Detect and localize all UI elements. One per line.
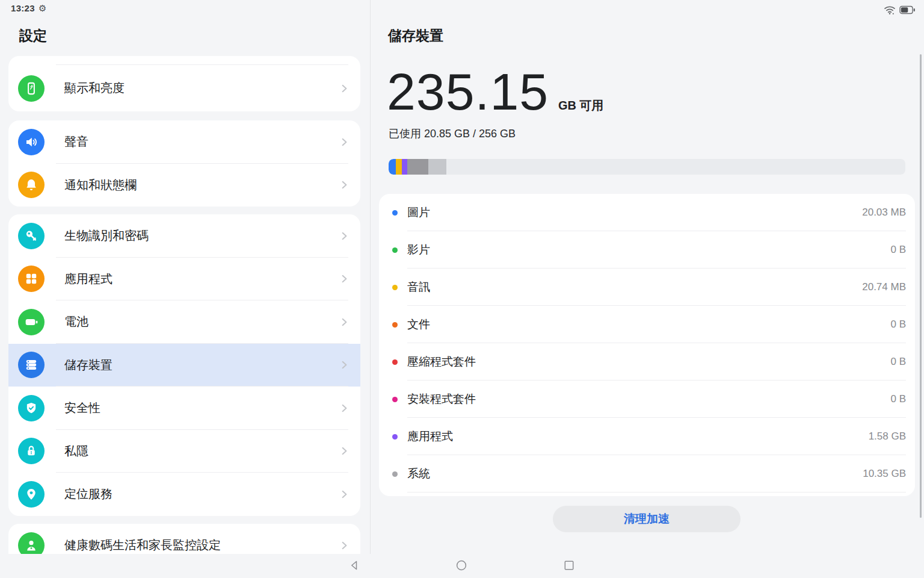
chevron-right-icon <box>337 229 351 243</box>
nav-recent-icon[interactable] <box>562 559 576 572</box>
category-label: 系統 <box>407 466 863 482</box>
shield-check-icon <box>18 395 45 421</box>
sidebar-item-label: 應用程式 <box>64 271 337 287</box>
available-value: 235.15 <box>387 62 549 122</box>
clipped-row-sliver <box>8 56 360 64</box>
sidebar-item-digital-wellbeing[interactable]: 健康數碼生活和家長監控設定 <box>8 524 360 554</box>
category-color-dot <box>392 359 398 365</box>
sidebar-group-4: 健康數碼生活和家長監控設定 <box>8 524 360 554</box>
sidebar-group-1: 顯示和亮度 <box>8 56 360 111</box>
category-color-dot <box>392 397 398 402</box>
category-color-dot <box>392 285 398 290</box>
chevron-right-icon <box>337 444 351 458</box>
chevron-right-icon <box>337 315 351 329</box>
sidebar-item-label: 儲存裝置 <box>64 357 337 373</box>
storage-category-row-audio: 音訊20.74 MB <box>379 269 915 306</box>
chevron-right-icon <box>337 539 351 552</box>
storage-usage-bar <box>389 159 905 175</box>
chevron-right-icon <box>337 358 351 371</box>
category-color-dot <box>392 471 398 477</box>
divider <box>407 492 906 493</box>
category-size: 1.58 GB <box>869 430 906 443</box>
chevron-right-icon <box>337 135 351 149</box>
sidebar-group-3: 生物識別和密碼應用程式電池儲存裝置安全性私隱定位服務 <box>8 214 360 516</box>
family-icon <box>18 532 45 554</box>
system-nav-bar <box>0 554 924 578</box>
category-label: 影片 <box>407 242 890 258</box>
sidebar-item-label: 定位服務 <box>64 486 337 502</box>
storage-category-row-installers: 安裝程式套件0 B <box>379 381 915 418</box>
key-icon <box>18 223 45 249</box>
app-grid-icon <box>18 266 45 292</box>
category-label: 安裝程式套件 <box>407 391 890 407</box>
storage-detail-panel: 儲存裝置 235.15 GB 可用 已使用 20.85 GB / 256 GB … <box>371 0 924 578</box>
chevron-right-icon <box>337 178 351 191</box>
storage-category-row-pictures: 圖片20.03 MB <box>379 194 915 231</box>
sidebar-item-label: 聲音 <box>64 134 337 150</box>
usage-segment-other <box>428 159 446 175</box>
category-size: 20.74 MB <box>862 281 906 293</box>
sidebar-item-biometrics-password[interactable]: 生物識別和密碼 <box>8 214 360 258</box>
category-label: 壓縮程式套件 <box>407 354 890 370</box>
category-size: 10.35 GB <box>863 468 906 480</box>
usage-segment-apps <box>402 159 407 175</box>
sidebar-item-sound[interactable]: 聲音 <box>8 120 360 164</box>
sidebar-item-security[interactable]: 安全性 <box>8 387 360 430</box>
clean-accelerate-button[interactable]: 清理加速 <box>553 506 741 532</box>
category-color-dot <box>392 247 398 253</box>
sidebar-item-location[interactable]: 定位服務 <box>8 473 360 516</box>
usage-segment-system <box>407 159 428 175</box>
category-label: 文件 <box>407 317 890 332</box>
speaker-icon <box>18 129 45 155</box>
sidebar-item-display-brightness[interactable]: 顯示和亮度 <box>8 65 360 111</box>
category-size: 0 B <box>890 319 906 331</box>
sidebar-item-label: 私隱 <box>64 443 337 459</box>
category-color-dot <box>392 434 398 440</box>
category-size: 0 B <box>890 356 906 368</box>
category-size: 0 B <box>890 393 906 405</box>
category-color-dot <box>392 322 398 328</box>
storage-category-row-videos: 影片0 B <box>379 231 915 269</box>
category-color-dot <box>392 210 398 216</box>
sidebar-item-label: 安全性 <box>64 400 337 416</box>
sidebar-item-label: 通知和狀態欄 <box>64 177 337 193</box>
storage-title: 儲存裝置 <box>388 26 443 45</box>
scrollbar[interactable] <box>920 54 922 518</box>
nav-home-icon[interactable] <box>455 559 468 572</box>
battery-icon <box>18 309 45 335</box>
lock-icon <box>18 438 45 464</box>
chevron-right-icon <box>337 488 351 501</box>
usage-segment-pictures <box>389 159 396 175</box>
storage-category-row-system: 系統10.35 GB <box>379 455 915 493</box>
sidebar-item-apps[interactable]: 應用程式 <box>8 258 360 301</box>
sidebar-group-2: 聲音通知和狀態欄 <box>8 120 360 207</box>
sidebar-item-storage[interactable]: 儲存裝置 <box>8 344 360 387</box>
display-icon <box>18 75 45 102</box>
nav-back-icon[interactable] <box>348 559 361 572</box>
page-title: 設定 <box>19 26 47 45</box>
sidebar-item-battery[interactable]: 電池 <box>8 300 360 344</box>
chevron-right-icon <box>337 402 351 415</box>
storage-category-row-archives: 壓縮程式套件0 B <box>379 343 915 381</box>
usage-summary: 已使用 20.85 GB / 256 GB <box>389 126 516 141</box>
storage-icon <box>18 352 45 378</box>
sidebar-item-label: 電池 <box>64 314 337 330</box>
available-unit: GB 可用 <box>558 98 604 114</box>
category-label: 應用程式 <box>407 429 869 444</box>
settings-sidebar: 設定 顯示和亮度 聲音通知和狀態欄 生物識別和密碼應用程式電池儲存裝置安全性私隱… <box>0 0 370 578</box>
chevron-right-icon <box>337 82 351 95</box>
category-size: 0 B <box>890 244 906 256</box>
sidebar-item-label: 顯示和亮度 <box>64 80 337 96</box>
location-pin-icon <box>18 481 45 508</box>
available-storage: 235.15 GB 可用 <box>387 62 604 122</box>
storage-categories-card: 圖片20.03 MB影片0 B音訊20.74 MB文件0 B壓縮程式套件0 B安… <box>379 194 915 496</box>
sidebar-item-notifications-statusbar[interactable]: 通知和狀態欄 <box>8 164 360 207</box>
sidebar-item-label: 健康數碼生活和家長監控設定 <box>64 537 337 553</box>
category-label: 音訊 <box>407 279 862 295</box>
category-size: 20.03 MB <box>862 207 906 219</box>
storage-category-row-apps: 應用程式1.58 GB <box>379 418 915 455</box>
storage-category-row-documents: 文件0 B <box>379 306 915 343</box>
usage-segment-audio <box>396 159 402 175</box>
sidebar-item-privacy[interactable]: 私隱 <box>8 430 360 473</box>
bell-icon <box>18 172 45 198</box>
